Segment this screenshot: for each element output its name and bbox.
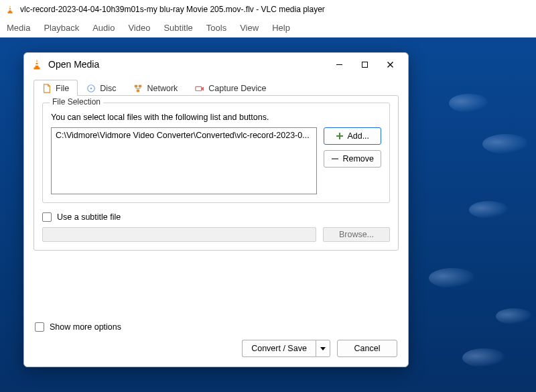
vlc-cone-icon: [5, 5, 15, 14]
vlc-cone-icon: [31, 58, 43, 70]
convert-save-dropdown[interactable]: [316, 340, 330, 357]
dialog-tabs: File Disc Network Capture Device: [24, 76, 408, 95]
menu-view[interactable]: View: [240, 23, 259, 33]
wallpaper-decoration: [462, 348, 506, 367]
svg-rect-0: [8, 12, 13, 13]
wallpaper-decoration: [496, 308, 533, 324]
tab-disc[interactable]: Disc: [78, 80, 125, 96]
plus-icon: [336, 132, 344, 140]
menu-playback[interactable]: Playback: [44, 23, 79, 33]
convert-save-label: Convert / Save: [251, 344, 307, 353]
capture-icon: [195, 84, 204, 93]
remove-button-label: Remove: [342, 154, 374, 164]
dialog-title: Open Media: [48, 59, 328, 70]
subtitle-path-input: [42, 227, 316, 242]
file-selection-legend: File Selection: [50, 97, 103, 107]
svg-rect-4: [36, 62, 38, 63]
tab-disc-label: Disc: [100, 84, 116, 93]
network-icon: [133, 84, 143, 93]
main-menubar: Media Playback Audio Video Subtitle Tool…: [0, 19, 536, 38]
disc-icon: [86, 84, 96, 93]
svg-rect-1: [9, 7, 11, 8]
file-selection-group: File Selection You can select local file…: [42, 103, 390, 203]
svg-rect-13: [139, 85, 141, 88]
menu-video[interactable]: Video: [128, 23, 150, 33]
tab-network-label: Network: [147, 84, 178, 93]
show-more-options-row: Show more options: [35, 322, 397, 332]
tab-file-label: File: [56, 84, 69, 93]
cancel-button[interactable]: Cancel: [337, 340, 397, 357]
tab-file[interactable]: File: [34, 80, 78, 96]
menu-subtitle[interactable]: Subtitle: [163, 23, 192, 33]
dialog-bottom-area: Show more options Convert / Save Cancel: [24, 316, 408, 367]
remove-button[interactable]: Remove: [324, 150, 381, 168]
menu-help[interactable]: Help: [272, 23, 290, 33]
main-window-title: vlc-record-2023-04-04-10h39m01s-my blu-r…: [20, 5, 325, 14]
menu-tools[interactable]: Tools: [206, 23, 226, 33]
maximize-button[interactable]: [353, 56, 376, 73]
window-controls: [328, 56, 401, 73]
file-list[interactable]: C:\Vidmore\Vidmore Video Converter\Conve…: [51, 127, 317, 194]
svg-rect-12: [135, 85, 137, 88]
convert-save-split-button: Convert / Save: [242, 340, 330, 357]
show-more-options-checkbox[interactable]: [35, 322, 44, 332]
wallpaper-decoration: [429, 268, 476, 288]
svg-rect-2: [9, 9, 11, 10]
minimize-button[interactable]: [328, 56, 350, 73]
file-icon: [42, 84, 52, 93]
wallpaper-decoration: [482, 134, 529, 154]
use-subtitle-checkbox[interactable]: [42, 212, 52, 222]
use-subtitle-label: Use a subtitle file: [57, 212, 121, 222]
add-button[interactable]: Add...: [324, 127, 381, 145]
menu-media[interactable]: Media: [7, 23, 30, 33]
minus-icon: [331, 155, 339, 163]
subtitle-checkbox-row: Use a subtitle file: [42, 212, 390, 222]
svg-rect-14: [137, 90, 139, 92]
tab-network[interactable]: Network: [125, 80, 186, 96]
svg-rect-5: [36, 64, 39, 66]
convert-save-button[interactable]: Convert / Save: [242, 340, 316, 357]
menu-audio[interactable]: Audio: [92, 23, 115, 33]
svg-rect-15: [196, 86, 202, 90]
svg-rect-3: [34, 68, 40, 70]
main-titlebar: vlc-record-2023-04-04-10h39m01s-my blu-r…: [0, 0, 536, 19]
vlc-main-window: vlc-record-2023-04-04-10h39m01s-my blu-r…: [0, 0, 536, 392]
dialog-titlebar: Open Media: [24, 53, 408, 76]
browse-subtitle-button: Browse...: [323, 227, 390, 242]
close-button[interactable]: [379, 56, 401, 73]
browse-button-label: Browse...: [339, 230, 374, 239]
tab-panel-file: File Selection You can select local file…: [34, 95, 399, 251]
add-button-label: Add...: [347, 131, 369, 141]
svg-point-11: [90, 88, 92, 90]
show-more-options-label: Show more options: [50, 322, 121, 332]
chevron-down-icon: [320, 344, 326, 353]
open-media-dialog: Open Media File Disc Network Ca: [23, 52, 409, 367]
wallpaper-decoration: [449, 94, 489, 113]
svg-rect-7: [362, 62, 367, 67]
file-selection-help: You can select local files with the foll…: [51, 113, 381, 122]
wallpaper-decoration: [469, 201, 509, 218]
tab-capture-device[interactable]: Capture Device: [186, 80, 275, 96]
file-list-item[interactable]: C:\Vidmore\Vidmore Video Converter\Conve…: [56, 131, 310, 140]
tab-capture-label: Capture Device: [208, 84, 266, 93]
cancel-label: Cancel: [354, 344, 381, 353]
